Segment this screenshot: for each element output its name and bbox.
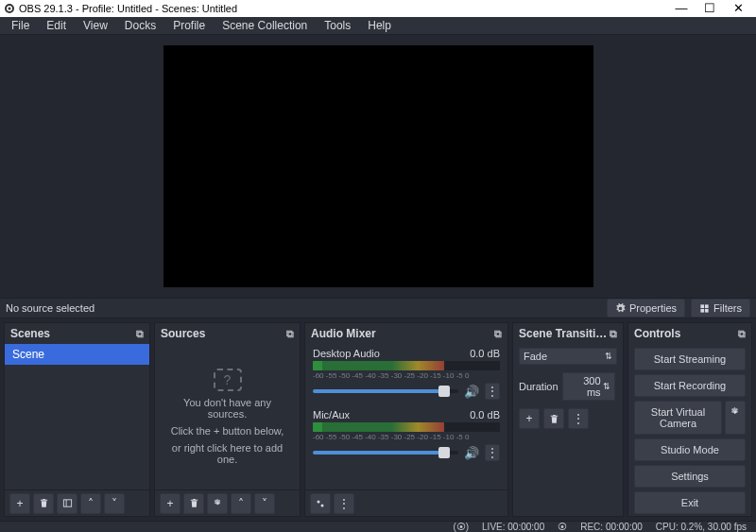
preview-canvas[interactable] [163,45,593,287]
scene-down-button[interactable]: ˅ [104,493,125,514]
transitions-title: Scene Transiti… [519,327,607,340]
virtual-camera-settings-button[interactable] [725,401,746,435]
controls-dock: Controls⧉ Start Streaming Start Recordin… [627,322,752,517]
source-add-button[interactable]: + [160,493,180,514]
maximize-button[interactable]: ☐ [696,0,724,17]
mixer-popout-icon[interactable]: ⧉ [494,328,502,340]
controls-title: Controls [634,327,680,340]
menu-docks[interactable]: Docks [117,17,163,34]
svg-rect-3 [700,304,704,308]
transition-menu-button[interactable]: ⋮ [568,408,589,429]
scene-list-item[interactable]: Scene [5,344,149,365]
volume-slider[interactable] [313,389,458,393]
source-properties-button[interactable] [207,493,228,514]
audio-mixer-dock: Audio Mixer⧉ Desktop Audio0.0 dB -60 -55… [304,322,508,517]
scenes-popout-icon[interactable]: ⧉ [136,328,144,340]
controls-popout-icon[interactable]: ⧉ [738,328,746,340]
status-live: LIVE: 00:00:00 [482,522,544,532]
no-source-label: No source selected [6,302,94,314]
scene-remove-button[interactable] [33,493,54,514]
transition-remove-button[interactable] [543,408,564,429]
svg-point-11 [321,504,324,506]
transition-add-button[interactable]: + [519,408,540,429]
transitions-dock: Scene Transiti…⧉ Fade⇅ Duration 300 ms⇅ … [512,322,624,517]
docks-row: Scenes⧉ Scene + ˄ ˅ Sources⧉ ? You don't… [0,318,756,521]
gear-icon [213,498,223,508]
properties-button[interactable]: Properties [607,299,685,317]
window-title: OBS 29.1.3 - Profile: Untitled - Scenes:… [19,3,237,14]
scene-up-button[interactable]: ˄ [80,493,101,514]
sources-title: Sources [161,327,205,340]
start-virtual-camera-button[interactable]: Start Virtual Camera [634,401,722,435]
status-rec: REC: 00:00:00 [580,522,643,532]
trash-icon [189,498,199,508]
source-toolbar: No source selected Properties Filters [0,298,756,318]
source-up-button[interactable]: ˄ [231,493,251,514]
transitions-popout-icon[interactable]: ⧉ [610,328,617,340]
sources-empty-line2: Click the + button below, [171,425,284,437]
broadcast-icon: (⦿) [453,522,469,532]
channel-db: 0.0 dB [470,348,500,359]
sources-empty-state[interactable]: ? You don't have any sources. Click the … [155,344,300,489]
panel-icon [62,498,73,508]
menu-help[interactable]: Help [360,17,399,34]
app-icon [4,3,15,14]
start-recording-button[interactable]: Start Recording [634,374,746,397]
start-streaming-button[interactable]: Start Streaming [634,348,746,370]
studio-mode-button[interactable]: Studio Mode [634,438,746,461]
sources-empty-line1: You don't have any sources. [164,397,290,420]
status-cpu: CPU: 0.2%, 30.00 fps [656,522,747,532]
source-down-button[interactable]: ˅ [254,493,275,514]
channel-menu-button[interactable]: ⋮ [485,383,500,400]
gear-icon [315,498,326,509]
scenes-title: Scenes [10,327,50,340]
svg-rect-6 [705,308,709,312]
menu-edit[interactable]: Edit [39,17,74,34]
speaker-icon[interactable]: 🔊 [464,385,479,399]
filters-button[interactable]: Filters [691,299,750,317]
channel-name: Mic/Aux [313,409,350,420]
menu-view[interactable]: View [76,17,115,34]
mixer-channel-desktop: Desktop Audio0.0 dB -60 -55 -50 -45 -40 … [305,344,507,405]
menu-tools[interactable]: Tools [317,17,358,34]
trash-icon [39,498,49,508]
record-icon: ⦿ [558,522,567,532]
preview-area [0,35,756,298]
duration-input[interactable]: 300 ms⇅ [562,372,615,401]
meter-ticks: -60 -55 -50 -45 -40 -35 -30 -25 -20 -15 … [313,433,500,441]
exit-button[interactable]: Exit [634,491,746,514]
mixer-advanced-button[interactable] [310,493,331,514]
updown-icon: ⇅ [603,382,610,391]
trash-icon [549,414,559,424]
window-titlebar: OBS 29.1.3 - Profile: Untitled - Scenes:… [0,0,756,17]
menu-profile[interactable]: Profile [165,17,213,34]
volume-slider[interactable] [313,451,458,455]
transition-select[interactable]: Fade⇅ [519,348,617,365]
scene-add-button[interactable]: + [9,493,30,514]
menubar: File Edit View Docks Profile Scene Colle… [0,17,756,35]
speaker-icon[interactable]: 🔊 [464,446,479,460]
mixer-menu-button[interactable]: ⋮ [334,493,354,514]
menu-scene-collection[interactable]: Scene Collection [215,17,315,34]
channel-menu-button[interactable]: ⋮ [485,444,500,461]
menu-file[interactable]: File [4,17,37,34]
svg-rect-7 [63,500,71,506]
scene-filter-button[interactable] [57,493,77,514]
filters-icon [699,303,710,314]
mixer-channel-mic: Mic/Aux0.0 dB -60 -55 -50 -45 -40 -35 -3… [305,405,507,467]
mixer-title: Audio Mixer [311,327,376,340]
meter-ticks: -60 -55 -50 -45 -40 -35 -30 -25 -20 -15 … [313,371,500,380]
vu-meter [313,422,500,432]
channel-name: Desktop Audio [313,348,380,359]
sources-popout-icon[interactable]: ⧉ [286,328,294,340]
vu-meter [313,361,500,370]
source-remove-button[interactable] [183,493,204,514]
question-icon: ? [214,369,242,391]
duration-label: Duration [519,381,558,392]
svg-point-10 [318,500,320,503]
close-button[interactable]: ✕ [724,0,752,17]
minimize-button[interactable]: — [667,0,696,17]
settings-button[interactable]: Settings [634,465,746,488]
sources-empty-line3: or right click here to add one. [164,442,290,465]
updown-icon: ⇅ [605,352,612,361]
